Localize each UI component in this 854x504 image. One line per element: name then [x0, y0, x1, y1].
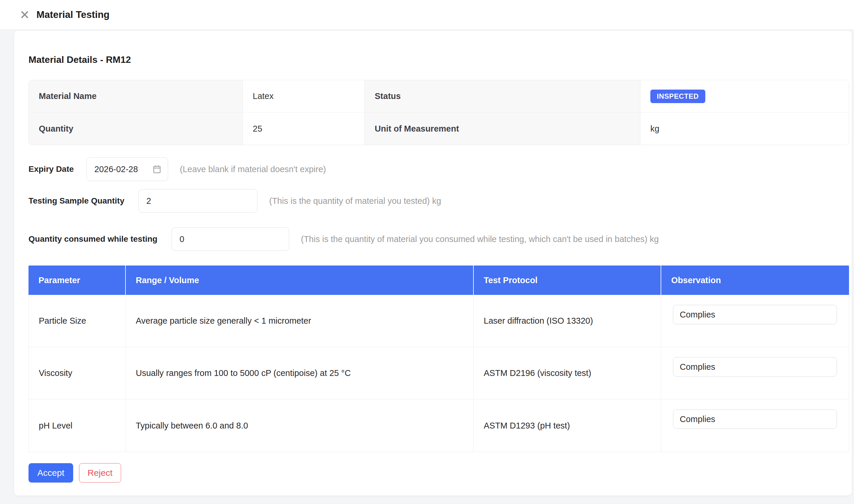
sample-qty-input[interactable] — [138, 189, 258, 213]
observation-input-ph-level[interactable] — [673, 410, 837, 429]
detail-label-quantity: Quantity — [29, 112, 243, 145]
test-table-header: Parameter Range / Volume Test Protocol O… — [29, 266, 849, 295]
cell-parameter: Viscosity — [29, 347, 126, 399]
detail-value-uom: kg — [640, 112, 849, 145]
cell-observation — [661, 399, 849, 452]
expiry-date-input[interactable]: 2026-02-28 — [86, 158, 168, 181]
material-testing-card: Material Details - RM12 Material Name La… — [14, 31, 852, 496]
cell-range: Usually ranges from 100 to 5000 cP (cent… — [126, 347, 474, 399]
accept-button[interactable]: Accept — [29, 463, 73, 483]
test-parameters-table: Parameter Range / Volume Test Protocol O… — [29, 266, 849, 452]
header-observation: Observation — [661, 266, 849, 295]
expiry-date-value: 2026-02-28 — [94, 164, 138, 174]
consumed-qty-row: Quantity consumed while testing (This is… — [29, 227, 849, 251]
detail-value-material-name: Latex — [243, 80, 365, 112]
cell-parameter: pH Level — [29, 399, 126, 452]
dialog-header: Material Testing — [0, 0, 854, 30]
test-table-body: Particle Size Average particle size gene… — [29, 295, 849, 452]
header-test-protocol: Test Protocol — [474, 266, 661, 295]
consumed-qty-input[interactable] — [172, 227, 289, 251]
close-icon[interactable] — [19, 9, 31, 21]
header-range-volume: Range / Volume — [126, 266, 474, 295]
observation-input-viscosity[interactable] — [673, 357, 837, 377]
expiry-date-row: Expiry Date 2026-02-28 (Leave blank if m… — [29, 158, 849, 181]
cell-protocol: ASTM D1293 (pH test) — [474, 399, 661, 452]
consumed-qty-hint: (This is the quantity of material you co… — [301, 234, 659, 244]
dialog-title: Material Testing — [36, 9, 110, 20]
consumed-qty-label: Quantity consumed while testing — [29, 234, 172, 244]
table-row-particle-size: Particle Size Average particle size gene… — [29, 295, 849, 347]
expiry-date-label: Expiry Date — [29, 164, 86, 174]
detail-value-quantity: 25 — [243, 112, 365, 145]
material-details-table: Material Name Latex Status INSPECTED Qua… — [29, 80, 849, 145]
cell-protocol: ASTM D2196 (viscosity test) — [474, 347, 661, 399]
section-title: Material Details - RM12 — [29, 54, 849, 65]
status-badge: INSPECTED — [650, 90, 705, 103]
cell-range: Typically between 6.0 and 8.0 — [126, 399, 474, 452]
detail-value-status: INSPECTED — [640, 80, 849, 112]
reject-button[interactable]: Reject — [79, 463, 121, 483]
action-buttons: Accept Reject — [29, 463, 849, 483]
cell-observation — [661, 295, 849, 347]
detail-label-material-name: Material Name — [29, 80, 243, 112]
sample-qty-hint: (This is the quantity of material you te… — [269, 196, 441, 206]
table-row-ph-level: pH Level Typically between 6.0 and 8.0 A… — [29, 399, 849, 452]
table-row-viscosity: Viscosity Usually ranges from 100 to 500… — [29, 347, 849, 399]
detail-label-status: Status — [365, 80, 640, 112]
detail-label-uom: Unit of Measurement — [365, 112, 640, 145]
calendar-icon — [153, 164, 161, 174]
cell-range: Average particle size generally < 1 micr… — [126, 295, 474, 347]
observation-input-particle-size[interactable] — [673, 305, 837, 324]
cell-parameter: Particle Size — [29, 295, 126, 347]
cell-protocol: Laser diffraction (ISO 13320) — [474, 295, 661, 347]
expiry-date-hint: (Leave blank if material doesn't expire) — [180, 164, 326, 174]
sample-qty-row: Testing Sample Quantity (This is the qua… — [29, 189, 849, 213]
cell-observation — [661, 347, 849, 399]
header-parameter: Parameter — [29, 266, 126, 295]
sample-qty-label: Testing Sample Quantity — [29, 196, 138, 205]
